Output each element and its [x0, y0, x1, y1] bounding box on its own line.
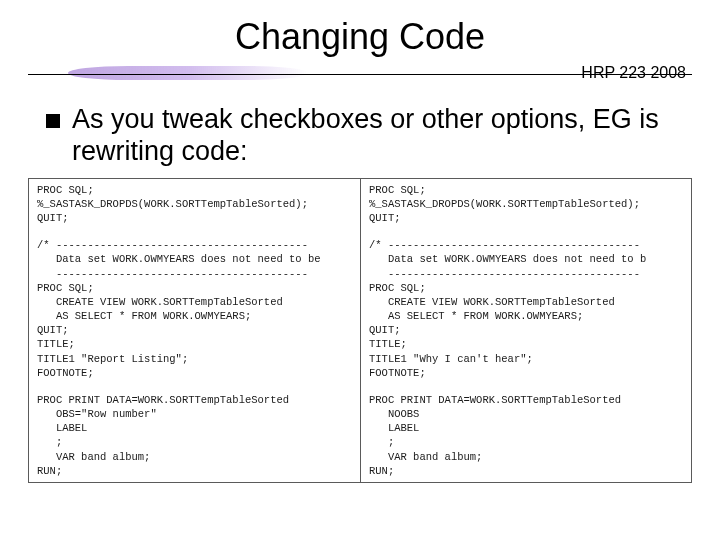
code-line: LABEL [369, 421, 685, 435]
code-line: TITLE1 "Report Listing"; [37, 352, 354, 366]
code-line: PROC SQL; [369, 183, 685, 197]
slide: Changing Code HRP 223 2008 As you tweak … [0, 0, 720, 540]
code-block-left: PROC SQL;%_SASTASK_DROPDS(WORK.SORTTempT… [28, 178, 360, 483]
code-line: AS SELECT * FROM WORK.OWMYEARS; [37, 309, 354, 323]
brush-stroke [68, 66, 308, 80]
code-line: QUIT; [37, 323, 354, 337]
code-line: /* -------------------------------------… [369, 238, 685, 252]
code-line: PROC SQL; [369, 281, 685, 295]
code-line: NOOBS [369, 407, 685, 421]
code-line: QUIT; [369, 323, 685, 337]
slide-title: Changing Code [28, 16, 692, 58]
code-line: ; [369, 435, 685, 449]
code-line: TITLE; [369, 337, 685, 351]
code-line: ; [37, 435, 354, 449]
code-line: CREATE VIEW WORK.SORTTempTableSorted [37, 295, 354, 309]
code-line: PROC SQL; [37, 281, 354, 295]
bullet-text: As you tweak checkboxes or other options… [72, 104, 684, 168]
bullet-row: As you tweak checkboxes or other options… [46, 104, 684, 168]
code-line: Data set WORK.OWMYEARS does not need to … [37, 252, 354, 266]
code-line: QUIT; [37, 211, 354, 225]
code-line: ---------------------------------------- [37, 267, 354, 281]
code-line: RUN; [37, 464, 354, 478]
code-blank-line [369, 380, 685, 393]
code-blank-line [37, 380, 354, 393]
bullet-square-icon [46, 114, 60, 128]
code-block-right: PROC SQL;%_SASTASK_DROPDS(WORK.SORTTempT… [360, 178, 692, 483]
code-line: QUIT; [369, 211, 685, 225]
code-line: TITLE1 "Why I can't hear"; [369, 352, 685, 366]
code-line: PROC PRINT DATA=WORK.SORTTempTableSorted [369, 393, 685, 407]
code-line: ---------------------------------------- [369, 267, 685, 281]
code-line: OBS="Row number" [37, 407, 354, 421]
code-line: PROC SQL; [37, 183, 354, 197]
code-line: RUN; [369, 464, 685, 478]
code-line: Data set WORK.OWMYEARS does not need to … [369, 252, 685, 266]
code-line: CREATE VIEW WORK.SORTTempTableSorted [369, 295, 685, 309]
code-line: FOOTNOTE; [369, 366, 685, 380]
code-blank-line [369, 225, 685, 238]
course-label: HRP 223 2008 [581, 64, 686, 82]
code-line: /* -------------------------------------… [37, 238, 354, 252]
code-line: LABEL [37, 421, 354, 435]
code-line: %_SASTASK_DROPDS(WORK.SORTTempTableSorte… [37, 197, 354, 211]
code-line: VAR band album; [369, 450, 685, 464]
code-line: TITLE; [37, 337, 354, 351]
code-line: FOOTNOTE; [37, 366, 354, 380]
code-line: %_SASTASK_DROPDS(WORK.SORTTempTableSorte… [369, 197, 685, 211]
code-line: AS SELECT * FROM WORK.OWMYEARS; [369, 309, 685, 323]
code-blank-line [37, 225, 354, 238]
code-columns: PROC SQL;%_SASTASK_DROPDS(WORK.SORTTempT… [28, 178, 692, 483]
code-line: PROC PRINT DATA=WORK.SORTTempTableSorted [37, 393, 354, 407]
code-line: VAR band album; [37, 450, 354, 464]
